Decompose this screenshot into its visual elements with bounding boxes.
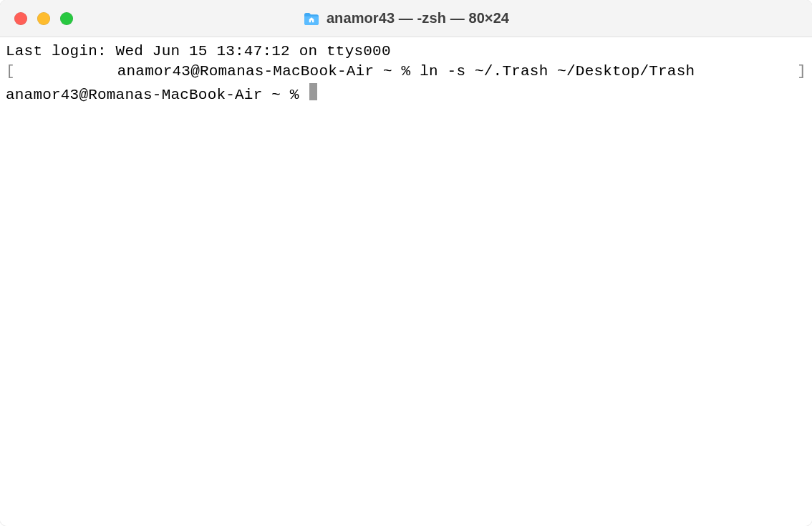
home-folder-icon [303,11,320,26]
maximize-button[interactable] [60,12,73,25]
terminal-text: anamor43@Romanas-MacBook-Air ~ % ln -s ~… [117,62,695,82]
terminal-prompt: anamor43@Romanas-MacBook-Air ~ % [6,85,308,105]
traffic-lights [0,12,73,25]
close-button[interactable] [14,12,27,25]
cursor [309,83,317,100]
terminal-line: anamor43@Romanas-MacBook-Air ~ % [6,82,806,105]
bracket-right: ] [797,62,806,82]
title-center: anamor43 — -zsh — 80×24 [0,10,812,27]
titlebar[interactable]: anamor43 — -zsh — 80×24 [0,0,812,37]
terminal-window: anamor43 — -zsh — 80×24 Last login: Wed … [0,0,812,526]
minimize-button[interactable] [37,12,50,25]
terminal-line: Last login: Wed Jun 15 13:47:12 on ttys0… [6,42,806,62]
terminal-text: Last login: Wed Jun 15 13:47:12 on ttys0… [6,42,391,62]
terminal-line: [anamor43@Romanas-MacBook-Air ~ % ln -s … [6,62,806,82]
bracket-left: [ [6,62,15,82]
terminal-output[interactable]: Last login: Wed Jun 15 13:47:12 on ttys0… [0,37,812,526]
window-title: anamor43 — -zsh — 80×24 [327,10,509,27]
